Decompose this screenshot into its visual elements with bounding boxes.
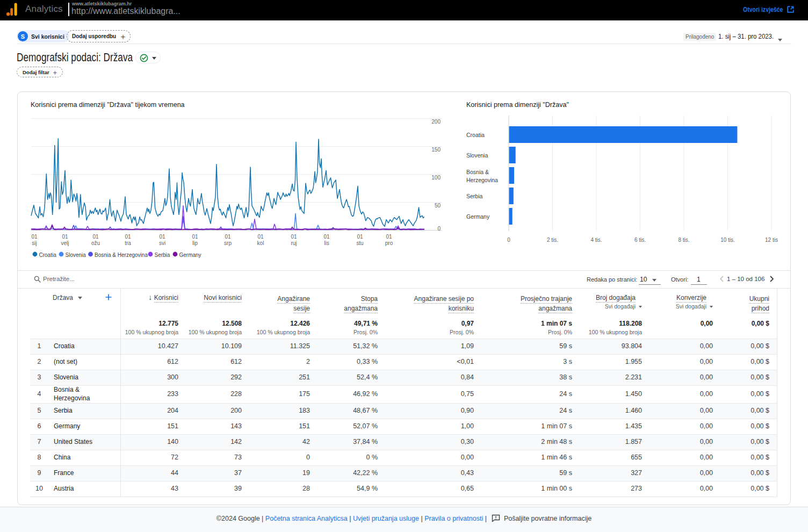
svg-text:01: 01 xyxy=(257,234,264,240)
svg-text:Germany: Germany xyxy=(179,252,201,258)
svg-text:01: 01 xyxy=(323,234,330,240)
svg-text:01: 01 xyxy=(225,234,231,240)
svg-text:01: 01 xyxy=(192,234,198,240)
svg-text:100: 100 xyxy=(431,175,441,181)
svg-text:velj: velj xyxy=(61,240,69,246)
svg-text:Croatia: Croatia xyxy=(466,132,485,138)
svg-text:kol: kol xyxy=(257,240,264,246)
svg-text:01: 01 xyxy=(92,234,99,240)
svg-text:Serbia: Serbia xyxy=(466,193,483,199)
svg-text:stu: stu xyxy=(356,240,363,246)
svg-text:4 tis.: 4 tis. xyxy=(590,237,602,243)
svg-text:Slovenia: Slovenia xyxy=(466,152,488,159)
svg-text:sij: sij xyxy=(32,240,37,246)
svg-text:12 tis: 12 tis xyxy=(765,237,778,243)
svg-text:lis: lis xyxy=(324,240,329,246)
svg-text:lip: lip xyxy=(192,240,198,246)
svg-text:01: 01 xyxy=(357,234,363,240)
svg-text:Germany: Germany xyxy=(466,213,490,220)
svg-text:01: 01 xyxy=(31,234,38,240)
svg-text:Herzegovina: Herzegovina xyxy=(466,177,498,183)
svg-text:2 tis.: 2 tis. xyxy=(547,237,558,243)
svg-text:tra: tra xyxy=(125,240,131,246)
svg-text:01: 01 xyxy=(386,234,392,240)
svg-text:Bosnia &: Bosnia & xyxy=(466,169,489,175)
svg-text:8 tis.: 8 tis. xyxy=(678,237,689,243)
svg-text:0: 0 xyxy=(507,237,510,243)
svg-text:01: 01 xyxy=(62,234,68,240)
svg-text:Bosnia & Herzegovina: Bosnia & Herzegovina xyxy=(95,252,148,258)
svg-text:ožu: ožu xyxy=(91,240,100,246)
svg-text:Serbia: Serbia xyxy=(155,252,170,258)
svg-text:Croatia: Croatia xyxy=(39,252,57,258)
svg-text:Slovenia: Slovenia xyxy=(66,252,86,258)
svg-text:01: 01 xyxy=(159,234,165,240)
svg-text:10 tis.: 10 tis. xyxy=(720,237,735,243)
svg-text:srp: srp xyxy=(224,240,232,246)
svg-text:50: 50 xyxy=(435,203,441,209)
svg-text:0: 0 xyxy=(437,226,441,232)
svg-text:6 tis.: 6 tis. xyxy=(634,237,646,243)
svg-text:200: 200 xyxy=(431,119,441,125)
svg-text:svi: svi xyxy=(159,240,165,246)
svg-text:pro: pro xyxy=(385,240,393,246)
svg-text:150: 150 xyxy=(431,147,441,153)
svg-text:ruj: ruj xyxy=(291,240,297,246)
svg-text:01: 01 xyxy=(291,234,297,240)
svg-text:01: 01 xyxy=(125,234,131,240)
